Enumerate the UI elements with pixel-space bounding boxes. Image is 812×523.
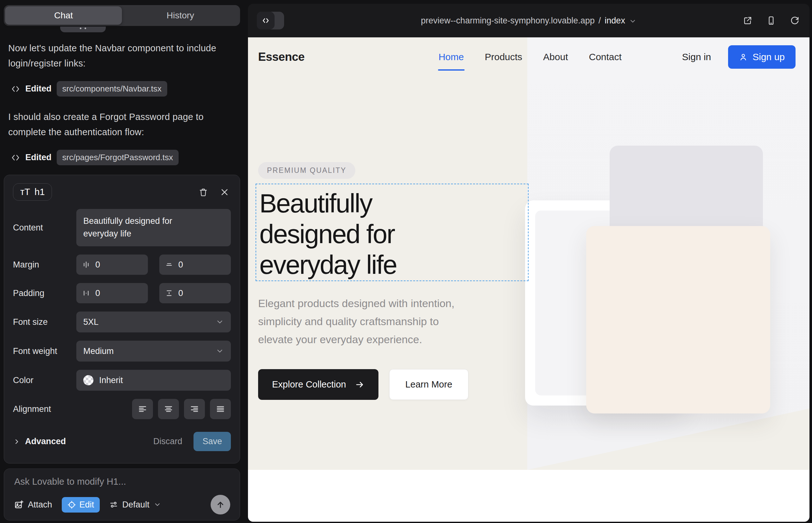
font-weight-select[interactable]: Medium — [76, 341, 231, 362]
color-value: Inherit — [99, 376, 123, 385]
sign-up-label: Sign up — [753, 52, 785, 62]
mode-label: Default — [122, 500, 149, 510]
open-external-button[interactable] — [742, 15, 754, 26]
chevron-down-icon — [216, 347, 224, 355]
mode-select[interactable]: Default — [109, 500, 161, 510]
explore-collection-label: Explore Collection — [272, 379, 346, 390]
type-icon: тT — [20, 187, 30, 197]
learn-more-button[interactable]: Learn More — [389, 369, 469, 400]
margin-y-input[interactable]: 0 — [159, 254, 231, 275]
composer-input[interactable]: Ask Lovable to modify H1... — [14, 476, 230, 487]
preview-browser: preview--charming-site-symphony.lovable.… — [248, 4, 810, 522]
hero-card-cream — [586, 226, 770, 413]
sign-in-button[interactable]: Sign in — [682, 52, 711, 62]
hero-heading-line: everyday life — [259, 250, 396, 280]
padding-x-input[interactable]: 0 — [76, 283, 148, 303]
code-preview-toggle[interactable] — [257, 12, 284, 30]
padding-x-value: 0 — [95, 288, 100, 298]
hero-section: Essence Home Products About Contact Sign… — [248, 37, 810, 470]
chat-messages: Now let's update the Navbar component to… — [8, 40, 235, 178]
close-editor-button[interactable] — [218, 186, 231, 198]
mobile-view-button[interactable] — [765, 15, 777, 26]
font-weight-label: Font weight — [13, 346, 76, 356]
hero-heading[interactable]: Beautifully designed for everyday life — [259, 188, 396, 280]
site-logo[interactable]: Essence — [258, 50, 305, 64]
nav-link-home[interactable]: Home — [439, 52, 464, 62]
chevron-down-icon — [154, 501, 161, 508]
edit-mode-button[interactable]: Edit — [62, 497, 100, 512]
align-center-button[interactable] — [158, 399, 179, 419]
alignment-label: Alignment — [13, 404, 76, 414]
chevron-right-icon — [13, 438, 21, 446]
transparency-swatch-icon — [83, 375, 93, 385]
send-button[interactable] — [211, 495, 230, 515]
padding-vertical-icon — [165, 289, 173, 297]
element-editor-panel: тT h1 Content Beautifully designed for e… — [4, 175, 240, 464]
content-line: Beautifully designed for — [83, 215, 224, 227]
refresh-button[interactable] — [789, 15, 800, 26]
color-label: Color — [13, 376, 76, 385]
edited-file-chip[interactable]: src/pages/ForgotPassword.tsx — [57, 150, 179, 165]
chat-sidebar: Chat History Now let's update the Navbar… — [0, 0, 245, 523]
color-select[interactable]: Inherit — [76, 370, 231, 391]
edited-file-row: Edited src/components/Navbar.tsx — [11, 81, 235, 96]
advanced-toggle[interactable]: Advanced — [13, 437, 66, 446]
margin-label: Margin — [13, 260, 76, 270]
padding-y-input[interactable]: 0 — [159, 283, 231, 303]
arrow-up-icon — [216, 500, 225, 509]
font-size-select[interactable]: 5XL — [76, 311, 231, 332]
tab-chat[interactable]: Chat — [5, 6, 122, 25]
edited-label: Edited — [25, 84, 52, 94]
discard-button[interactable]: Discard — [153, 437, 182, 446]
delete-element-button[interactable] — [197, 185, 210, 199]
explore-collection-button[interactable]: Explore Collection — [258, 369, 378, 400]
align-left-button[interactable] — [132, 399, 153, 419]
code-icon — [11, 84, 20, 94]
attach-image-icon — [14, 500, 24, 509]
url-path: index — [604, 16, 625, 26]
sliders-icon — [109, 500, 118, 509]
align-right-button[interactable] — [184, 399, 205, 419]
margin-y-value: 0 — [178, 260, 183, 270]
assistant-message: I should also create a Forgot Password p… — [8, 109, 235, 140]
padding-y-value: 0 — [178, 288, 183, 298]
content-input[interactable]: Beautifully designed for everyday life — [76, 209, 231, 246]
content-line: everyday life — [83, 227, 224, 240]
nav-link-about[interactable]: About — [543, 52, 568, 62]
hero-paragraph-line: simplicity and quality craftsmanship to — [258, 312, 455, 330]
url-host: preview--charming-site-symphony.lovable.… — [421, 16, 595, 26]
url-separator: / — [599, 16, 601, 26]
margin-x-value: 0 — [95, 260, 100, 270]
code-icon — [257, 12, 275, 30]
person-icon — [739, 53, 748, 61]
url-bar[interactable]: preview--charming-site-symphony.lovable.… — [248, 4, 810, 37]
edited-label: Edited — [25, 152, 52, 162]
save-button[interactable]: Save — [194, 432, 231, 451]
font-size-label: Font size — [13, 317, 76, 327]
hero-paragraph-line: Elegant products designed with intention… — [258, 294, 455, 312]
edited-file-row: Edited src/pages/ForgotPassword.tsx — [11, 150, 235, 165]
chat-composer: Ask Lovable to modify H1... Attach Edit … — [4, 469, 240, 521]
edited-file-chip[interactable]: src/components/Navbar.tsx — [57, 81, 167, 96]
sidebar-tabs: Chat History — [4, 5, 240, 26]
hero-heading-line: designed for — [259, 219, 396, 250]
element-tag: h1 — [35, 187, 45, 197]
padding-label: Padding — [13, 288, 76, 298]
attach-button[interactable]: Attach — [14, 500, 52, 510]
premium-badge: PREMIUM QUALITY — [258, 162, 355, 179]
selection-outline[interactable]: Beautifully designed for everyday life — [255, 184, 529, 281]
arrow-right-icon — [355, 380, 365, 390]
edit-label: Edit — [80, 500, 94, 510]
chevron-down-icon — [629, 17, 637, 25]
padding-horizontal-icon — [82, 289, 90, 297]
selected-element-badge: тT h1 — [13, 183, 52, 201]
sign-up-button[interactable]: Sign up — [728, 45, 796, 69]
align-justify-button[interactable] — [210, 399, 231, 419]
hero-paragraph-line: elevate your everyday experience. — [258, 330, 455, 348]
tab-history[interactable]: History — [122, 6, 239, 25]
hero-heading-line: Beautifully — [259, 188, 396, 219]
nav-link-products[interactable]: Products — [485, 52, 522, 62]
scrolled-chip-partial — [60, 26, 106, 32]
margin-x-input[interactable]: 0 — [76, 254, 148, 275]
nav-link-contact[interactable]: Contact — [589, 52, 622, 62]
